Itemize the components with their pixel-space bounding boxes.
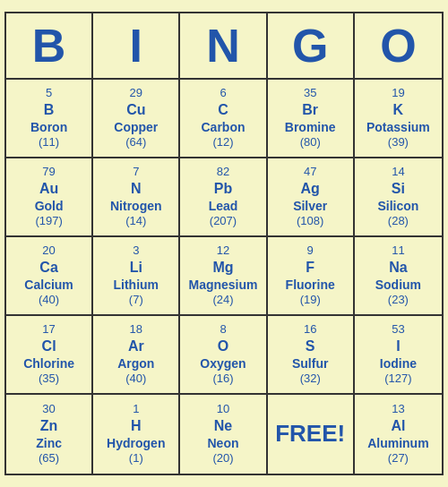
cell-name: Silicon	[377, 198, 418, 214]
bingo-cell: 29 Cu Copper (64)	[93, 80, 180, 158]
cell-weight: (12)	[212, 135, 233, 150]
header-letter: B	[6, 13, 93, 78]
cell-number: 7	[133, 165, 139, 180]
bingo-cell: 7 N Nitrogen (14)	[93, 158, 180, 237]
cell-name: Sodium	[375, 277, 421, 293]
cell-name: Potassium	[366, 119, 430, 135]
cell-symbol: Na	[389, 259, 407, 278]
cell-number: 53	[392, 322, 404, 337]
bingo-card: BINGO 5 B Boron (11) 29 Cu Copper (64) 6…	[4, 12, 444, 475]
bingo-cell: 9 F Fluorine (19)	[268, 237, 355, 316]
cell-number: 19	[392, 86, 404, 101]
cell-name: Boron	[30, 119, 67, 135]
cell-weight: (35)	[39, 372, 59, 387]
bingo-cell: 5 B Boron (11)	[6, 80, 93, 158]
cell-name: Argon	[117, 355, 154, 372]
cell-number: 18	[130, 322, 142, 337]
cell-number: 11	[392, 244, 404, 259]
bingo-cell: 13 Al Aluminum (27)	[355, 395, 442, 474]
cell-name: Lithium	[114, 277, 159, 293]
cell-symbol: Au	[39, 180, 58, 199]
bingo-cell: 53 I Iodine (127)	[355, 316, 442, 395]
cell-number: 35	[304, 86, 316, 101]
cell-symbol: N	[131, 180, 142, 199]
cell-weight: (32)	[300, 372, 321, 387]
bingo-grid: 5 B Boron (11) 29 Cu Copper (64) 6 C Car…	[6, 80, 442, 474]
cell-weight: (24)	[212, 293, 233, 308]
cell-symbol: I	[396, 337, 400, 356]
bingo-cell: 6 C Carbon (12)	[180, 80, 267, 158]
bingo-cell: FREE!	[268, 395, 355, 474]
cell-name: Chlorine	[23, 355, 74, 372]
cell-symbol: Si	[392, 180, 405, 199]
bingo-cell: 11 Na Sodium (23)	[355, 237, 442, 316]
cell-symbol: O	[218, 337, 228, 356]
cell-name: Carbon	[201, 119, 245, 135]
cell-number: 82	[217, 165, 229, 180]
cell-weight: (14)	[125, 214, 146, 229]
cell-weight: (28)	[388, 214, 409, 229]
bingo-cell: 79 Au Gold (197)	[6, 158, 93, 237]
cell-symbol: Ar	[128, 337, 144, 356]
cell-name: Lead	[209, 198, 238, 214]
cell-weight: (197)	[35, 214, 62, 229]
header-letter: N	[180, 13, 267, 78]
cell-weight: (40)	[39, 293, 59, 308]
cell-weight: (20)	[212, 451, 233, 466]
cell-name: Magnesium	[188, 277, 257, 293]
cell-name: Calcium	[24, 277, 73, 293]
cell-weight: (39)	[388, 135, 409, 150]
bingo-cell: 19 K Potassium (39)	[355, 80, 442, 158]
cell-number: 12	[217, 244, 229, 259]
bingo-cell: 35 Br Bromine (80)	[268, 80, 355, 158]
header-letter: O	[355, 13, 442, 78]
cell-weight: (23)	[388, 293, 409, 308]
cell-symbol: Cl	[42, 337, 56, 356]
cell-weight: (16)	[212, 372, 233, 387]
cell-number: 14	[392, 165, 404, 180]
cell-weight: (40)	[125, 372, 146, 387]
bingo-header: BINGO	[6, 13, 442, 80]
cell-weight: (1)	[129, 451, 143, 466]
cell-number: 6	[220, 86, 226, 101]
header-letter: G	[268, 13, 355, 78]
cell-name: Zinc	[36, 435, 62, 451]
cell-symbol: Al	[391, 417, 405, 436]
cell-number: 5	[46, 86, 52, 101]
cell-name: Fluorine	[286, 277, 335, 293]
cell-symbol: Ne	[214, 417, 232, 436]
cell-number: 8	[220, 322, 226, 337]
bingo-cell: 82 Pb Lead (207)	[180, 158, 267, 237]
cell-name: Neon	[207, 435, 238, 451]
cell-number: 10	[217, 402, 229, 417]
cell-weight: (108)	[297, 214, 323, 229]
bingo-cell: 3 Li Lithium (7)	[93, 237, 180, 316]
bingo-cell: 18 Ar Argon (40)	[93, 316, 180, 395]
bingo-cell: 8 O Oxygen (16)	[180, 316, 267, 395]
cell-name: Nitrogen	[110, 198, 162, 214]
cell-symbol: B	[44, 101, 55, 120]
cell-symbol: H	[131, 417, 142, 436]
bingo-cell: 14 Si Silicon (28)	[355, 158, 442, 237]
cell-symbol: Cu	[126, 101, 145, 120]
bingo-cell: 1 H Hydrogen (1)	[93, 395, 180, 474]
cell-weight: (207)	[210, 214, 237, 229]
bingo-cell: 30 Zn Zinc (65)	[6, 395, 93, 474]
cell-number: 16	[304, 322, 316, 337]
cell-weight: (27)	[388, 451, 409, 466]
cell-name: Copper	[114, 119, 158, 135]
cell-name: Oxygen	[200, 355, 246, 372]
cell-number: 79	[42, 165, 55, 180]
cell-symbol: Pb	[214, 180, 232, 199]
bingo-cell: 16 S Sulfur (32)	[268, 316, 355, 395]
cell-number: 20	[42, 244, 55, 259]
bingo-cell: 12 Mg Magnesium (24)	[180, 237, 267, 316]
cell-number: 9	[307, 244, 314, 259]
cell-symbol: Mg	[212, 259, 233, 278]
bingo-cell: 47 Ag Silver (108)	[268, 158, 355, 237]
cell-weight: (7)	[129, 293, 143, 308]
cell-number: 17	[42, 322, 55, 337]
cell-symbol: F	[306, 259, 314, 278]
cell-symbol: S	[306, 337, 315, 356]
cell-symbol: Ag	[301, 180, 320, 199]
